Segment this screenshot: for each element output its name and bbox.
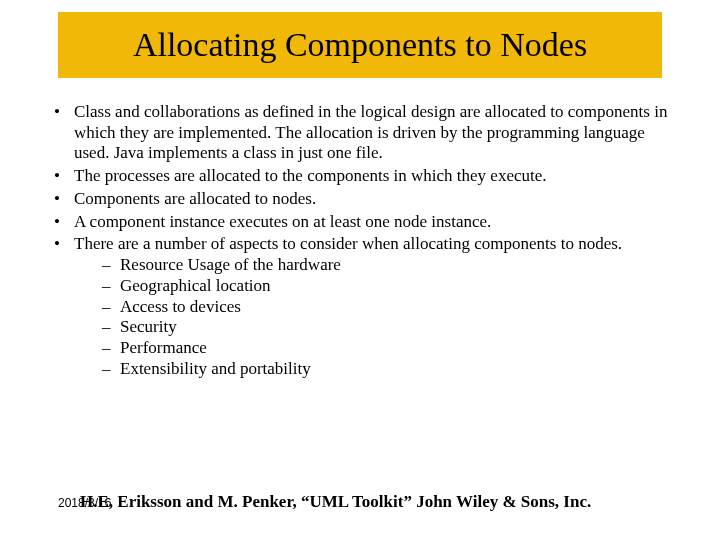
title-band: Allocating Components to Nodes (58, 12, 662, 78)
bullet-item: There are a number of aspects to conside… (48, 234, 680, 379)
bullet-item: The processes are allocated to the compo… (48, 166, 680, 187)
bullet-item: Class and collaborations as defined in t… (48, 102, 680, 164)
footer-reference: H.E, Eriksson and M. Penker, “UML Toolki… (80, 492, 680, 512)
bullet-item: A component instance executes on at leas… (48, 212, 680, 233)
sub-bullet-item: Resource Usage of the hardware (98, 255, 680, 276)
sub-bullet-item: Geographical location (98, 276, 680, 297)
footer-date: 2018/3/16 (58, 496, 111, 510)
sub-bullet-item: Access to devices (98, 297, 680, 318)
bullet-text: There are a number of aspects to conside… (74, 234, 622, 253)
sub-bullet-item: Performance (98, 338, 680, 359)
slide-body: Class and collaborations as defined in t… (48, 102, 680, 382)
slide: Allocating Components to Nodes Class and… (0, 0, 720, 540)
sub-bullet-list: Resource Usage of the hardware Geographi… (98, 255, 680, 379)
slide-title: Allocating Components to Nodes (133, 26, 587, 64)
bullet-list: Class and collaborations as defined in t… (48, 102, 680, 380)
sub-bullet-item: Extensibility and portability (98, 359, 680, 380)
sub-bullet-item: Security (98, 317, 680, 338)
bullet-item: Components are allocated to nodes. (48, 189, 680, 210)
